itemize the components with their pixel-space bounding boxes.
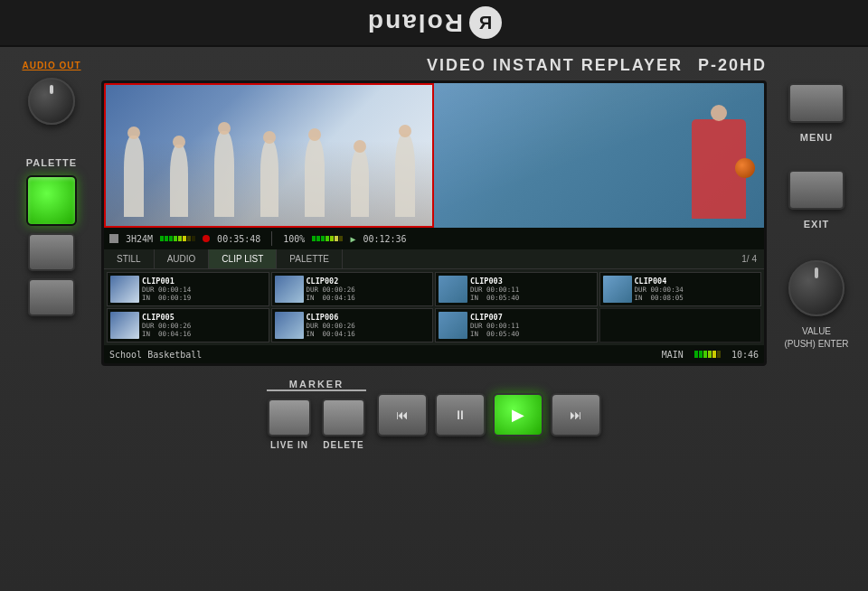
clip-thumb-004 [603,276,632,303]
marker-live-in: LIVE IN [268,399,311,450]
clip-in-005: IN 00:04:16 [142,330,266,338]
audio-out-label: AUDIO OUT [22,61,80,70]
left-gray-button-1[interactable] [28,233,75,271]
basketball-ball [735,158,755,178]
clip-item-empty [599,308,762,342]
tab-clip-list[interactable]: CLIP LIST [209,249,277,268]
clip-item-007[interactable]: CLIP007 DUR 00:00:11 IN 00:05:40 [435,308,598,342]
clip-dur-004: DUR 00:00:34 [635,286,759,294]
left-controls: AUDIO OUT PALETTE [11,56,92,582]
video-row [104,83,764,228]
team-photo [106,85,432,226]
clip-thumb-003 [439,276,467,303]
clip-thumb-002 [275,276,304,303]
clip-dur-002: DUR 00:00:26 [307,286,430,294]
clip-name-002: CLIP002 [307,277,430,286]
clip-name-003: CLIP003 [470,277,594,286]
left-gray-button-2[interactable] [28,278,75,316]
exit-label: EXIT [804,219,829,230]
play-icon-btn: ▶ [512,405,524,425]
clip-item-001[interactable]: CLIP001 DUR 00:00:14 IN 00:00:19 [107,272,269,306]
person-7 [395,134,415,217]
audio-out-knob[interactable] [28,78,75,125]
clip-dur-001: DUR 00:00:14 [142,286,266,294]
clip-in-007: IN 00:05:40 [470,330,594,338]
clip-info-004: CLIP004 DUR 00:00:34 IN 00:08:05 [635,277,759,302]
center-panel: VIDEO INSTANT REPLAYER P-20HD [101,56,767,582]
clip-thumb-007 [439,312,467,339]
clip-info-006: CLIP006 DUR 00:00:26 IN 00:04:16 [307,313,430,338]
clip-in-003: IN 00:05:40 [470,294,594,302]
palette-green-button[interactable] [26,175,77,226]
lcd-screen: 3H24M 00:35:48 100% [101,80,767,366]
clip-thumb-006 [275,312,304,339]
channel-label: MAIN [662,350,684,360]
live-in-label: LIVE IN [270,440,308,450]
clip-in-004: IN 00:08:05 [635,294,759,302]
clip-dur-003: DUR 00:00:11 [470,286,594,294]
clip-info-007: CLIP007 DUR 00:00:11 IN 00:05:40 [470,313,594,338]
live-in-button[interactable] [268,399,311,436]
value-knob[interactable] [788,260,844,316]
pause-button[interactable]: ⏸ [435,393,486,436]
device-title: VIDEO INSTANT REPLAYER P-20HD [101,56,767,75]
skip-forward-icon: ⏭ [570,408,582,422]
person-6 [351,149,369,217]
tab-palette[interactable]: PALETTE [277,249,343,268]
tabs-row: STILL AUDIO CLIP LIST PALETTE 1/ 4 [104,249,764,269]
person-1 [124,136,144,217]
stop-icon [109,234,118,243]
clip-thumb-005 [110,312,139,339]
transport-buttons: ⏮ ⏸ ▶ ⏭ [377,393,601,436]
info-meter [694,351,721,358]
clip-item-004[interactable]: CLIP004 DUR 00:00:34 IN 00:08:05 [599,272,762,306]
clip-in-002: IN 00:04:16 [307,294,430,302]
clip-name-004: CLIP004 [635,277,759,286]
marker-underline [267,389,366,391]
skip-back-button[interactable]: ⏮ [377,393,428,436]
logo-r-icon: R [469,6,502,39]
clip-name-006: CLIP006 [307,313,430,322]
clip-dur-007: DUR 00:00:11 [470,322,594,330]
device-title-model: P-20HD [698,56,767,74]
marker-buttons: LIVE IN DELETE [268,399,365,450]
person-5 [305,137,325,217]
marker-label: MARKER [289,379,344,389]
clip-name-001: CLIP001 [142,277,266,286]
play-button[interactable]: ▶ [493,393,543,436]
clip-info-001: CLIP001 DUR 00:00:14 IN 00:00:19 [142,277,266,302]
menu-button[interactable] [788,83,844,123]
play-status-icon: ▶ [350,234,355,244]
logo-text: Roland [366,8,463,37]
video-left [104,83,434,228]
timecode-label: 00:35:48 [217,234,260,244]
right-controls: MENU EXIT VALUE(PUSH) ENTER [776,56,857,582]
pause-icon: ⏸ [454,408,467,422]
play-time-label: 00:12:36 [363,234,406,244]
clip-in-006: IN 00:04:16 [307,330,430,338]
team-silhouettes [110,108,428,217]
clip-item-003[interactable]: CLIP003 DUR 00:00:11 IN 00:05:40 [435,272,598,306]
clip-grid: CLIP001 DUR 00:00:14 IN 00:00:19 CLIP002… [104,269,764,345]
clip-item-005[interactable]: CLIP005 DUR 00:00:26 IN 00:04:16 [107,308,269,342]
person-2 [170,145,188,217]
rec-dot [203,235,210,242]
skip-forward-button[interactable]: ⏭ [551,393,601,436]
time-label: 10:46 [731,350,759,360]
status-bar: 3H24M 00:35:48 100% [104,228,764,249]
bottom-controls: MARKER LIVE IN DELETE ⏮ [101,371,767,454]
clip-name-005: CLIP005 [142,313,266,322]
clip-dur-006: DUR 00:00:26 [307,322,430,330]
format-label: 3H24M [126,234,153,244]
marker-group: MARKER LIVE IN DELETE [267,379,366,450]
clip-item-006[interactable]: CLIP006 DUR 00:00:26 IN 00:04:16 [271,308,434,342]
exit-button[interactable] [788,170,844,210]
video-right [434,83,764,228]
delete-button[interactable] [322,399,365,436]
top-bar: Roland R [0,0,868,47]
device-title-prefix: VIDEO INSTANT REPLAYER [427,56,683,74]
tab-audio[interactable]: AUDIO [155,249,210,268]
clip-item-002[interactable]: CLIP002 DUR 00:00:26 IN 00:04:16 [271,272,434,306]
audio-meter-left [160,236,195,241]
tab-still[interactable]: STILL [104,249,155,268]
